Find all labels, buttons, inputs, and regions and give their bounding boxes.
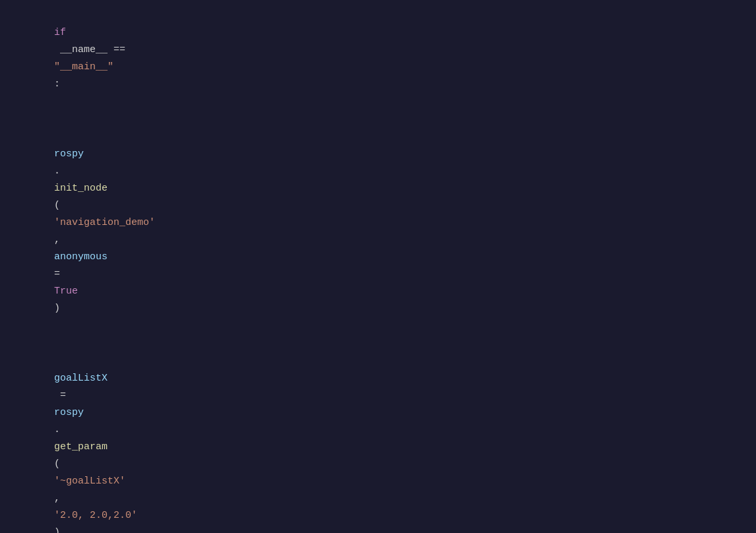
line-1: if __name__ == "__main__" : (0, 7, 756, 111)
line-2: rospy . init_node ( 'navigation_demo' , … (0, 111, 756, 335)
top-code-block: if __name__ == "__main__" : rospy . init… (0, 7, 756, 533)
line-3: goalListX = rospy . get_param ( '~goalLi… (0, 335, 756, 533)
code-container: if __name__ == "__main__" : rospy . init… (0, 0, 756, 533)
keyword-if: if (54, 27, 66, 38)
